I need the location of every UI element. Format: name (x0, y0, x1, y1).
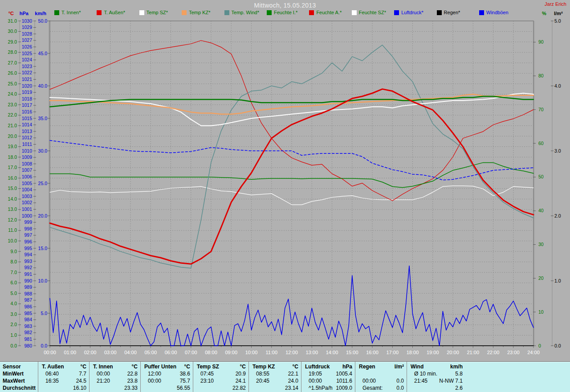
weather-app-window: Mittwoch, 15.05.2013 Jarz Erich T. Innen… (0, 0, 570, 392)
stat-time: ^1.5hPa/h (305, 384, 333, 392)
stat-time (93, 384, 97, 392)
hpa-tick-label: 984 (24, 317, 32, 322)
lm2-tick-label: 5.0 (554, 18, 561, 24)
table-row: ^1.5hPa/h1009.0 (301, 384, 355, 392)
hpa-tick-label: 1020 (22, 83, 33, 89)
hpa-tick-label: 980 (24, 343, 32, 348)
hpa-tick-label: 1006 (22, 174, 33, 179)
kmh-tick-label: 25.0 (38, 181, 48, 186)
hpa-tick-label: 998 (24, 226, 32, 231)
time-tick-label: 24:00 (527, 350, 540, 355)
stat-time: 00:00 (93, 370, 110, 377)
celsius-tick-label: 6.0 (10, 280, 17, 285)
stat-value: 23.8 (127, 377, 138, 384)
percent-axis-header: % (542, 11, 546, 16)
hpa-tick-label: 1013 (22, 129, 33, 134)
column-header: T. Innen°C (90, 363, 140, 370)
sensor-name: T. Innen (93, 363, 113, 370)
sensor-name: T. Außen (42, 363, 64, 370)
hpa-axis-header: hPa (20, 11, 29, 16)
weather-chart: 0.01.02.03.04.05.06.07.08.09.010.011.012… (0, 0, 570, 360)
celsius-tick-label: 22.0 (8, 112, 17, 117)
table-row: 23.14 (249, 384, 301, 392)
table-row: Ø 10 min.5.8 (407, 370, 465, 377)
table-row: 2.6 (407, 384, 465, 392)
percent-tick-label: 40 (538, 208, 544, 213)
table-row: 23:1024.1 (193, 377, 248, 384)
sensor-unit: l/m² (395, 363, 404, 370)
time-tick-label: 02:00 (84, 350, 97, 355)
hpa-tick-label: 997 (24, 232, 32, 238)
sensor-name: Wind (411, 363, 423, 370)
stat-time: 16:35 (42, 377, 59, 384)
hpa-tick-label: 1009 (22, 154, 33, 160)
stat-value: 22.82 (232, 384, 246, 392)
celsius-tick-label: 21.0 (8, 123, 17, 128)
table-column-puffer-unten: Puffer Unten°C12:0038.600:0075.756.55 (140, 362, 193, 392)
stat-value: 24.1 (236, 377, 246, 384)
table-column-wind: Windkm/hØ 10 min.5.821:45N-NW 7.12.6 (407, 362, 465, 392)
celsius-tick-label: 25.0 (8, 81, 17, 86)
hpa-tick-label: 1012 (22, 135, 33, 140)
sensor-name: Luftdruck (305, 363, 330, 370)
stat-time: 19:05 (305, 370, 322, 377)
kmh-tick-label: 50.0 (38, 18, 48, 24)
table-row: 19:051005.4 (301, 370, 355, 377)
celsius-tick-label: 8.0 (10, 259, 17, 264)
hpa-tick-label: 1016 (22, 109, 33, 114)
stat-value: 24.5 (76, 377, 86, 384)
stat-value: 23.14 (285, 384, 298, 392)
kmh-tick-label: 10.0 (38, 278, 48, 283)
stat-value: 16.10 (73, 384, 86, 392)
time-tick-label: 20:00 (447, 350, 459, 355)
stat-value: 1009.0 (336, 384, 352, 392)
hpa-tick-label: 1026 (22, 44, 33, 49)
stat-value: 5.8 (455, 370, 463, 377)
hpa-tick-label: 1025 (22, 51, 33, 56)
hpa-tick-label: 1008 (22, 161, 33, 166)
hpa-tick-label: 1018 (22, 96, 33, 101)
celsius-tick-label: 18.0 (8, 154, 17, 160)
lm2-axis: 0.01.02.03.04.05.0l/m² (551, 11, 563, 348)
kmh-tick-label: 0.0 (41, 343, 47, 348)
hpa-tick-label: 1005 (22, 181, 33, 186)
stat-value: 1005.4 (336, 370, 352, 377)
stat-time (252, 384, 256, 392)
table-column-temp-sz: Temp SZ°C07:4520.923:1024.122.82 (193, 362, 248, 392)
celsius-tick-label: 27.0 (8, 60, 17, 65)
celsius-tick-label: 28.0 (8, 49, 17, 55)
column-header: T. Außen°C (38, 363, 89, 370)
hpa-tick-label: 982 (24, 330, 32, 335)
percent-tick-label: 50 (538, 174, 544, 179)
stat-time: 08:55 (252, 370, 269, 377)
table-row: 21:45N-NW 7.1 (407, 377, 465, 384)
time-axis: 00:0001:0002:0003:0004:0005:0006:0007:00… (44, 346, 540, 355)
celsius-tick-label: 15.0 (8, 186, 17, 191)
sensor-name: Temp KZ (252, 363, 275, 370)
percent-tick-label: 60 (538, 141, 544, 146)
stat-time (144, 384, 148, 392)
kmh-axis-header: km/h (35, 11, 46, 16)
stat-value: 56.55 (177, 384, 190, 392)
percent-tick-label: 90 (538, 39, 544, 44)
table-row: 00:0022.8 (90, 370, 140, 377)
time-tick-label: 23:00 (507, 350, 520, 355)
celsius-axis: 0.01.02.03.04.05.06.07.08.09.010.011.012… (8, 11, 21, 348)
column-header: Regenl/m² (355, 363, 407, 370)
celsius-tick-label: 29.0 (8, 39, 17, 44)
percent-tick-label: 70 (538, 107, 544, 112)
hpa-tick-label: 992 (24, 265, 32, 270)
hpa-tick-label: 996 (24, 239, 32, 244)
column-header: Windkm/h (407, 363, 465, 370)
table-column-luftdruck: LuftdruckhPa19:051005.400:001011.6^1.5hP… (301, 362, 355, 392)
table-row: 00:001011.6 (301, 377, 355, 384)
stat-value: 1011.6 (336, 377, 352, 384)
hpa-tick-label: 987 (24, 297, 32, 303)
percent-tick-label: 30 (538, 242, 544, 247)
celsius-tick-label: 24.0 (8, 91, 17, 97)
sensor-name: Temp SZ (197, 363, 219, 370)
hpa-tick-label: 999 (24, 219, 32, 225)
table-column-t-au-en: T. Außen°C06:407.716:3524.516.10 (38, 362, 89, 392)
time-tick-label: 16:00 (366, 350, 379, 355)
lm2-tick-label: 0.0 (554, 343, 561, 348)
